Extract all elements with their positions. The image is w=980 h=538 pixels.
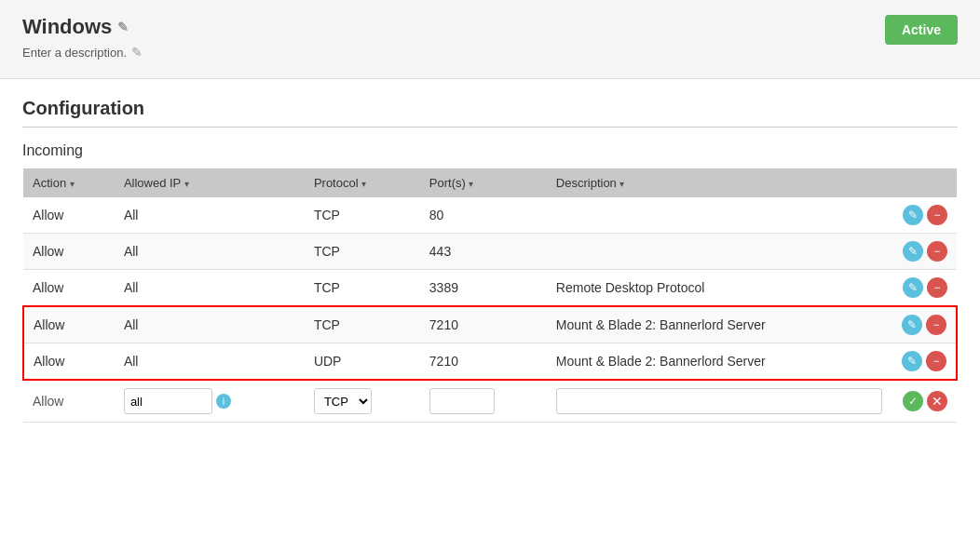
cell-description bbox=[547, 197, 892, 234]
cell-ports: 3389 bbox=[420, 270, 547, 307]
cell-protocol: TCP bbox=[305, 234, 420, 270]
col-actions-header bbox=[892, 168, 957, 197]
cell-action: Allow bbox=[23, 343, 115, 381]
cell-action: Allow bbox=[23, 306, 115, 343]
cell-allowed-ip: All bbox=[115, 306, 305, 343]
remove-row-button[interactable]: − bbox=[926, 315, 946, 335]
cell-ports: 7210 bbox=[420, 343, 547, 381]
add-row: Allow i TCP UDP ✓ ✕ bbox=[23, 380, 957, 423]
add-desc-input[interactable] bbox=[556, 388, 882, 414]
confirm-add-button[interactable]: ✓ bbox=[903, 391, 923, 411]
remove-row-button[interactable]: − bbox=[927, 277, 947, 298]
header-section: Windows ✎ Enter a description. ✎ Active bbox=[0, 0, 980, 79]
protocol-sort-icon[interactable]: ▾ bbox=[361, 179, 366, 189]
cell-ports: 7210 bbox=[420, 306, 547, 343]
description-edit-icon[interactable]: ✎ bbox=[131, 45, 143, 60]
add-protocol-select[interactable]: TCP UDP bbox=[314, 388, 372, 414]
cell-ports: 80 bbox=[420, 197, 547, 234]
cell-protocol: UDP bbox=[305, 343, 420, 381]
cell-action: Allow bbox=[23, 197, 115, 234]
table-header-row: Action ▾ Allowed IP ▾ Protocol ▾ Port(s)… bbox=[23, 168, 957, 197]
title-edit-icon[interactable]: ✎ bbox=[117, 20, 129, 34]
action-sort-icon[interactable]: ▾ bbox=[70, 179, 75, 189]
remove-row-button[interactable]: − bbox=[926, 351, 946, 371]
firewall-table: Action ▾ Allowed IP ▾ Protocol ▾ Port(s)… bbox=[22, 168, 958, 423]
edit-row-button[interactable]: ✎ bbox=[903, 205, 923, 225]
description-sort-icon[interactable]: ▾ bbox=[619, 179, 624, 189]
cell-allowed-ip: All bbox=[115, 234, 305, 270]
edit-row-button[interactable]: ✎ bbox=[902, 351, 922, 371]
cell-protocol: TCP bbox=[305, 270, 420, 307]
page-title: Windows bbox=[22, 15, 112, 39]
remove-row-button[interactable]: − bbox=[927, 241, 947, 262]
cell-action: Allow bbox=[23, 234, 115, 270]
main-content: Configuration Incoming Action ▾ Allowed … bbox=[0, 79, 980, 441]
add-desc-cell bbox=[547, 380, 892, 423]
table-row: Allow All TCP 7210 Mount & Blade 2: Bann… bbox=[23, 306, 957, 343]
allowed-ip-sort-icon[interactable]: ▾ bbox=[184, 179, 189, 189]
col-description: Description ▾ bbox=[547, 168, 892, 197]
section-divider bbox=[22, 127, 958, 128]
ports-sort-icon[interactable]: ▾ bbox=[469, 179, 473, 189]
add-port-cell bbox=[420, 380, 547, 423]
cell-row-actions: ✎ − bbox=[892, 306, 957, 343]
edit-row-button[interactable]: ✎ bbox=[903, 277, 923, 298]
cell-row-actions: ✎ − bbox=[892, 270, 957, 307]
section-title: Configuration bbox=[22, 98, 958, 119]
add-protocol-cell: TCP UDP bbox=[305, 380, 420, 423]
table-row: Allow All TCP 80 ✎ − bbox=[23, 197, 957, 234]
col-action: Action ▾ bbox=[23, 168, 115, 197]
cell-action: Allow bbox=[23, 270, 115, 307]
description-text: Enter a description. bbox=[22, 46, 127, 60]
cell-row-actions: ✎ − bbox=[892, 234, 957, 270]
cell-allowed-ip: All bbox=[115, 270, 305, 307]
active-button[interactable]: Active bbox=[885, 15, 958, 45]
add-confirm-cancel-cell: ✓ ✕ bbox=[892, 380, 957, 423]
remove-row-button[interactable]: − bbox=[927, 205, 947, 225]
add-ip-cell: i bbox=[115, 380, 305, 423]
col-allowed-ip: Allowed IP ▾ bbox=[115, 168, 305, 197]
cell-description: Remote Desktop Protocol bbox=[547, 270, 892, 307]
edit-row-button[interactable]: ✎ bbox=[902, 315, 922, 335]
add-ip-input[interactable] bbox=[124, 388, 212, 414]
col-ports: Port(s) ▾ bbox=[420, 168, 547, 197]
add-port-input[interactable] bbox=[429, 388, 495, 414]
cancel-add-button[interactable]: ✕ bbox=[927, 391, 947, 411]
add-action-label: Allow bbox=[23, 380, 115, 423]
cell-allowed-ip: All bbox=[115, 197, 305, 234]
cell-row-actions: ✎ − bbox=[892, 343, 957, 381]
table-body: Allow All TCP 80 ✎ − Allow All TCP 443 ✎… bbox=[23, 197, 957, 423]
edit-row-button[interactable]: ✎ bbox=[903, 241, 923, 262]
table-row: Allow All TCP 443 ✎ − bbox=[23, 234, 957, 270]
ip-info-icon[interactable]: i bbox=[216, 394, 231, 409]
cell-description: Mount & Blade 2: Bannerlord Server bbox=[547, 343, 892, 381]
cell-ports: 443 bbox=[420, 234, 547, 270]
cell-row-actions: ✎ − bbox=[892, 197, 957, 234]
cell-protocol: TCP bbox=[305, 197, 420, 234]
incoming-title: Incoming bbox=[22, 142, 958, 159]
col-protocol: Protocol ▾ bbox=[305, 168, 420, 197]
cell-description: Mount & Blade 2: Bannerlord Server bbox=[547, 306, 892, 343]
table-row: Allow All TCP 3389 Remote Desktop Protoc… bbox=[23, 270, 957, 307]
table-row: Allow All UDP 7210 Mount & Blade 2: Bann… bbox=[23, 343, 957, 381]
cell-allowed-ip: All bbox=[115, 343, 305, 381]
cell-description bbox=[547, 234, 892, 270]
header-left: Windows ✎ Enter a description. ✎ bbox=[22, 15, 143, 60]
cell-protocol: TCP bbox=[305, 306, 420, 343]
